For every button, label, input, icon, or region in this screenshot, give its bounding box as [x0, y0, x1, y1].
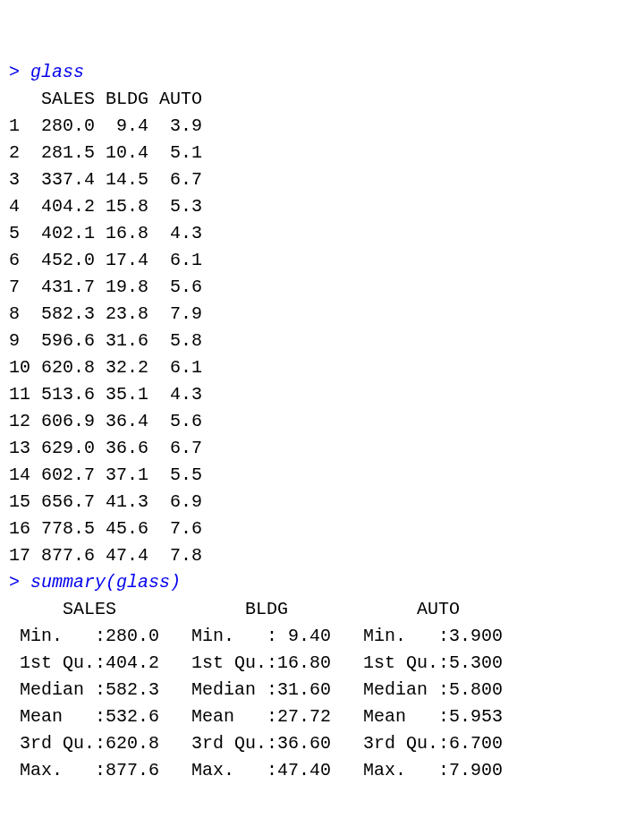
table-row: 13 629.0 36.6 6.7	[9, 438, 202, 458]
table-row: 3 337.4 14.5 6.7	[9, 169, 202, 190]
table-row: 2 281.5 10.4 5.1	[9, 142, 202, 163]
table-row: 15 656.7 41.3 6.9	[9, 491, 202, 512]
table-row: 16 778.5 45.6 7.6	[9, 518, 202, 539]
table-row: 1 280.0 9.4 3.9	[9, 115, 202, 136]
data-header: SALES BLDG AUTO	[9, 89, 202, 109]
table-row: 9 596.6 31.6 5.8	[9, 330, 202, 351]
table-row: 17 877.6 47.4 7.8	[9, 545, 202, 566]
summary-row: 3rd Qu.:620.8 3rd Qu.:36.60 3rd Qu.:6.70…	[9, 733, 524, 754]
table-row: 5 402.1 16.8 4.3	[9, 223, 202, 243]
table-row: 10 620.8 32.2 6.1	[9, 357, 202, 378]
command-glass: glass	[30, 62, 84, 82]
table-row: 8 582.3 23.8 7.9	[9, 303, 202, 324]
table-row: 11 513.6 35.1 4.3	[9, 384, 202, 405]
table-row: 7 431.7 19.8 5.6	[9, 277, 202, 297]
summary-row: 1st Qu.:404.2 1st Qu.:16.80 1st Qu.:5.30…	[9, 652, 524, 673]
summary-row: Mean :532.6 Mean :27.72 Mean :5.953	[9, 706, 524, 727]
table-row: 4 404.2 15.8 5.3	[9, 196, 202, 217]
r-console[interactable]: > glass SALES BLDG AUTO 1 280.0 9.4 3.9 …	[9, 59, 635, 784]
prompt: >	[9, 572, 30, 593]
summary-row: SALES BLDG AUTO	[9, 599, 524, 619]
summary-row: Max. :877.6 Max. :47.40 Max. :7.900	[9, 760, 524, 780]
command-summary: summary(glass)	[30, 572, 181, 593]
summary-row: Median :582.3 Median :31.60 Median :5.80…	[9, 679, 524, 700]
table-row: 12 606.9 36.4 5.6	[9, 411, 202, 431]
table-row: 14 602.7 37.1 5.5	[9, 465, 202, 485]
summary-row: Min. :280.0 Min. : 9.40 Min. :3.900	[9, 626, 524, 646]
table-row: 6 452.0 17.4 6.1	[9, 250, 202, 270]
prompt: >	[9, 62, 30, 82]
